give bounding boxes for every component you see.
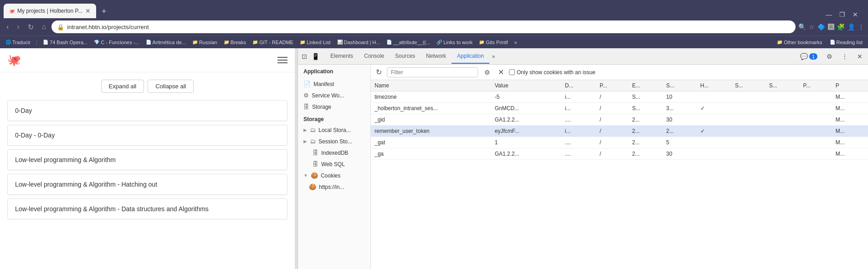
devtools-device-icon[interactable]: 📱 bbox=[310, 51, 321, 62]
bookmark-attribute[interactable]: 📄 __attribute__((... bbox=[385, 39, 432, 46]
sidebar-item-storage[interactable]: 🗄 Storage bbox=[298, 101, 370, 112]
profile-icon[interactable]: 👤 bbox=[847, 23, 855, 30]
cookie-expires: 2... bbox=[628, 126, 663, 137]
settings-button[interactable]: ⚙ bbox=[823, 51, 836, 62]
extension-icon-1[interactable]: 🔷 bbox=[817, 23, 825, 30]
tab-close-button[interactable]: ✕ bbox=[85, 7, 91, 15]
table-row[interactable]: timezone -5 i... / S... 10 M... bbox=[371, 91, 868, 103]
refresh-cookies-button[interactable]: ↻ bbox=[375, 66, 383, 78]
table-row[interactable]: remember_user_token eyJfcmF... i... / 2.… bbox=[371, 126, 868, 137]
cookie-size: 30 bbox=[663, 114, 697, 126]
cookie-path: / bbox=[596, 126, 628, 137]
bookmark-aritmetica[interactable]: 📄 Aritmética de... bbox=[144, 39, 188, 46]
cookies-toolbar: ↻ ⚙ ✕ Only show cookies with an issue bbox=[371, 65, 868, 80]
more-tabs-button[interactable]: » bbox=[489, 50, 498, 63]
sidebar-item-local-storage[interactable]: ▶ 🗂 Local Stora... bbox=[298, 124, 370, 136]
project-item-low-level[interactable]: Low-level programming & Algorithm bbox=[7, 149, 288, 170]
project-item-0-day-0-day[interactable]: 0-Day - 0-Day bbox=[7, 125, 288, 146]
extension-icon-2[interactable]: 🅰 bbox=[828, 23, 834, 30]
col-expires: E... bbox=[628, 80, 663, 91]
bookmark-gits-printf[interactable]: 📁 Gits Printf bbox=[477, 39, 509, 46]
expand-collapse-buttons: Expand all Collapse all bbox=[7, 80, 288, 93]
storage-icon: 🗄 bbox=[303, 103, 309, 110]
extension-icon-3[interactable]: 🧩 bbox=[837, 23, 845, 30]
filter-input[interactable] bbox=[387, 67, 478, 77]
col-name: Name bbox=[371, 80, 491, 91]
cookie-partitioned: M... bbox=[832, 126, 868, 137]
bookmark-git-readme[interactable]: 📁 GIT - README bbox=[251, 39, 295, 46]
sidebar-application-header: Application bbox=[298, 65, 370, 78]
back-button[interactable]: ‹ bbox=[4, 21, 11, 33]
sidebar-item-cookies[interactable]: ▼ 🍪 Cookies bbox=[298, 170, 370, 181]
cookie-partitioned: M... bbox=[832, 91, 868, 103]
cookie-httponly: ✓ bbox=[697, 126, 731, 137]
bookmark-links-to-work[interactable]: 🔗 Links to work bbox=[435, 39, 474, 46]
cookie-expires: S... bbox=[628, 91, 663, 103]
sidebar-item-web-sql[interactable]: 🗄 Web SQL bbox=[298, 158, 370, 170]
col-samesite: S... bbox=[765, 80, 800, 91]
sidebar-item-service-worker[interactable]: ⚙ Service Wo... bbox=[298, 90, 370, 101]
clear-cookies-button[interactable]: ✕ bbox=[497, 66, 505, 78]
bookmark-linked-list[interactable]: 📁 Linked List bbox=[298, 39, 333, 46]
maximize-button[interactable]: ❐ bbox=[837, 11, 848, 18]
table-row[interactable]: _gid GA1.2.2... .... / 2... 30 M... bbox=[371, 114, 868, 126]
cookies-table: Name Value D... P... E... S... H... S...… bbox=[371, 80, 868, 269]
col-partitioned: P bbox=[832, 80, 868, 91]
project-item-data-structures[interactable]: Low-level programming & Algorithm - Data… bbox=[7, 198, 288, 219]
cookie-size: 10 bbox=[663, 91, 697, 103]
collapse-all-button[interactable]: Collapse all bbox=[148, 80, 194, 93]
sidebar-item-indexeddb[interactable]: 🗄 IndexedDB bbox=[298, 147, 370, 158]
project-item-hatching-out[interactable]: Low-level programming & Algorithm - Hatc… bbox=[7, 174, 288, 195]
devtools-tabs-bar: ⊡ 📱 Elements Console Sources Network App… bbox=[298, 48, 868, 65]
reload-button[interactable]: ↻ bbox=[25, 21, 36, 33]
table-row[interactable]: _holberton_intranet_ses... GnMCD... i...… bbox=[371, 103, 868, 114]
show-issues-checkbox[interactable]: Only show cookies with an issue bbox=[509, 69, 596, 76]
bookmark-breaks[interactable]: 📁 Breaks bbox=[222, 39, 248, 46]
more-devtools-button[interactable]: ⋮ bbox=[838, 51, 852, 62]
search-icon[interactable]: 🔍 bbox=[798, 23, 806, 30]
tab-elements[interactable]: Elements bbox=[325, 49, 359, 64]
close-devtools-button[interactable]: ✕ bbox=[853, 51, 866, 62]
filter-options-button[interactable]: ⚙ bbox=[482, 67, 493, 77]
bookmark-russian[interactable]: 📁 Russian bbox=[190, 39, 219, 46]
expand-all-button[interactable]: Expand all bbox=[101, 80, 144, 93]
bookmark-more[interactable]: » bbox=[513, 39, 519, 46]
bookmark-reading-list[interactable]: 📄 Reading list bbox=[828, 39, 864, 46]
bookmark-c-funciones[interactable]: 💎 C - Funciones -... bbox=[92, 39, 141, 46]
table-row[interactable]: _gat 1 .... / 2... 5 M... bbox=[371, 137, 868, 148]
cookie-secure bbox=[731, 91, 765, 103]
project-item-0-day[interactable]: 0-Day bbox=[7, 100, 288, 121]
home-button[interactable]: ⌂ bbox=[39, 21, 49, 33]
table-row[interactable]: _ga GA1.2.2... .... / 2... 30 M... bbox=[371, 148, 868, 160]
minimize-button[interactable]: — bbox=[823, 11, 835, 18]
sidebar-item-cookies-url[interactable]: 🍪 https://in... bbox=[298, 181, 370, 193]
more-options-icon[interactable]: ⋮ bbox=[858, 23, 864, 30]
devtools-sidebar: Application 📄 Manifest ⚙ Service Wo... 🗄… bbox=[298, 65, 371, 269]
bookmark-other[interactable]: 📁 Other bookmarks bbox=[775, 39, 824, 46]
tab-network[interactable]: Network bbox=[421, 49, 452, 64]
sidebar-manifest-label: Manifest bbox=[313, 81, 365, 87]
close-window-button[interactable]: ✕ bbox=[850, 11, 861, 18]
forward-button[interactable]: › bbox=[14, 21, 22, 33]
cookie-domain: i... bbox=[561, 126, 596, 137]
sidebar-item-session-storage[interactable]: ▶ 🗂 Session Sto... bbox=[298, 136, 370, 147]
sidebar-item-manifest[interactable]: 📄 Manifest bbox=[298, 78, 370, 90]
address-bar[interactable]: 🔒 intranet.hbtn.io/projects/current bbox=[51, 20, 796, 33]
bookmark-dashboard[interactable]: 📊 Dashboard | H... bbox=[335, 39, 382, 46]
tab-application[interactable]: Application bbox=[452, 49, 489, 64]
devtools-pointer-icon[interactable]: ⊡ bbox=[300, 51, 309, 62]
new-tab-button[interactable]: + bbox=[98, 5, 110, 18]
cookie-expires: 2... bbox=[628, 137, 663, 148]
hamburger-menu[interactable] bbox=[277, 57, 288, 63]
cookie-secure bbox=[731, 114, 765, 126]
web-sql-icon: 🗄 bbox=[313, 161, 318, 167]
issues-checkbox-input[interactable] bbox=[509, 69, 515, 75]
bookmark-traducir[interactable]: 🌐 Traducir bbox=[4, 39, 32, 46]
active-tab[interactable]: 🐙 My projects | Holberton P... ✕ bbox=[4, 4, 96, 18]
bookmark-bash[interactable]: 📄 74 Bash Opera... bbox=[41, 39, 89, 46]
tab-sources[interactable]: Sources bbox=[390, 49, 421, 64]
tab-console[interactable]: Console bbox=[359, 49, 390, 64]
bookmark-star-icon[interactable]: ☆ bbox=[809, 23, 815, 30]
chat-button[interactable]: 💬 1 bbox=[796, 51, 821, 62]
settings-icon: ⚙ bbox=[827, 53, 832, 60]
